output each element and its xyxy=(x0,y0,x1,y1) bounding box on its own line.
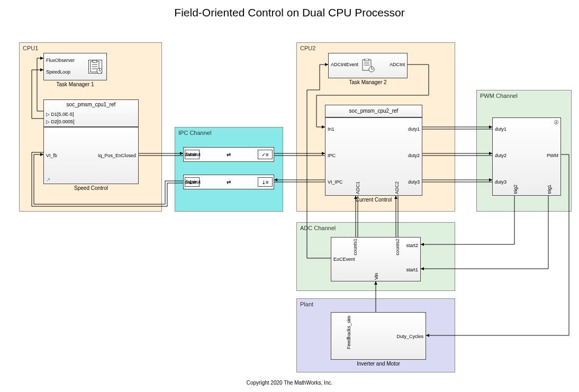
adc-s1: start1 xyxy=(406,267,418,272)
block-inverter-motor[interactable]: Feedbacks_sim Duty_Cycles xyxy=(331,312,426,360)
tm1-port-flux: FluxObserver xyxy=(46,58,75,63)
adc-c2: counts2 xyxy=(395,239,400,256)
block-pwm[interactable]: duty1 duty2 duty3 PWM trig2 trig1 ⦿ xyxy=(492,117,561,196)
block-adc[interactable]: EoCEvent counts1 counts2 start2 start1 V… xyxy=(331,237,421,281)
speed-label: Speed Control xyxy=(43,185,139,191)
diagram-title: Field-Oriented Control on Dual CPU Proce… xyxy=(0,6,579,19)
arrows-icon: ⇄ xyxy=(227,180,231,185)
clipboard-icon xyxy=(88,60,102,74)
speed-in-vi: VI_fb xyxy=(46,153,57,158)
curr-ref-name: soc_pmsm_cpu2_ref xyxy=(325,105,422,115)
curr-vi: VI_IPC xyxy=(328,179,343,185)
group-ipc: IPC Channel xyxy=(175,127,283,212)
curr-adc2: ADC2 xyxy=(394,181,400,194)
pwm-d3: duty3 xyxy=(495,179,506,185)
plant-label: Inverter and Motor xyxy=(331,361,426,367)
arrows-icon: ⇄ xyxy=(227,152,231,157)
pwm-trig2: trig2 xyxy=(513,185,518,194)
copyright-text: Copyright 2020 The MathWorks, Inc. xyxy=(0,380,579,386)
tm1-label: Task Manager 1 xyxy=(43,81,107,87)
curr-d2: duty2 xyxy=(408,153,420,158)
curr-d1: duty1 xyxy=(408,126,420,132)
adc-vin: Vin xyxy=(374,273,379,280)
block-ipc-forward[interactable]: datain ✓≡ ⇄ ✓≡ dataout xyxy=(183,147,274,162)
tm1-port-speed: SpeedLoop xyxy=(46,69,70,75)
block-speed-control[interactable]: VI_fb Iq_Pos_EnClosed ↗ xyxy=(43,127,139,184)
curr-d3: duty3 xyxy=(408,179,420,185)
group-cpu1-title: CPU1 xyxy=(23,45,38,51)
block-task-manager-1[interactable]: FluxObserver SpeedLoop xyxy=(43,53,107,80)
speed-ref-header[interactable]: soc_pmsm_cpu1_ref ▷ D1[5.0E-5] ▷ D2[0.00… xyxy=(43,99,139,127)
group-plant-title: Plant xyxy=(300,301,313,307)
svg-rect-1 xyxy=(93,60,97,62)
group-pwm-title: PWM Channel xyxy=(480,93,518,99)
speed-out-iq: Iq_Pos_EnClosed xyxy=(98,153,136,158)
clipboard-icon xyxy=(361,59,375,75)
adc-s2: start2 xyxy=(406,243,418,248)
check-icon: ✓≡ xyxy=(258,150,273,159)
curr-label: Current Control xyxy=(325,197,422,203)
curr-adc1: ADC1 xyxy=(355,181,360,194)
pwm-d2: duty2 xyxy=(495,153,506,158)
plant-fb: Feedbacks_sim xyxy=(346,316,351,349)
group-ipc-title: IPC Channel xyxy=(178,130,211,136)
link-icon: ↗ xyxy=(46,177,50,183)
plant-duty: Duty_Cycles xyxy=(396,334,423,339)
curr-in1: In1 xyxy=(328,126,334,132)
tm2-out: ADCInt xyxy=(390,62,405,67)
wifi-icon: ⦿ xyxy=(554,120,559,125)
adc-eoc: EoCEvent xyxy=(333,257,355,262)
pwm-pwm: PWM xyxy=(547,153,558,158)
ipc-top-dataout: dataout xyxy=(185,152,201,157)
tm2-label: Task Manager 2 xyxy=(328,79,408,85)
speed-ref-name: soc_pmsm_cpu1_ref xyxy=(44,100,138,108)
ipc-bot-datain: datain xyxy=(185,179,198,185)
curr-ref-header[interactable]: soc_pmsm_cpu2_ref xyxy=(325,105,422,117)
adc-c1: counts1 xyxy=(352,239,358,256)
block-task-manager-2[interactable]: ADCIntEvent ADCInt xyxy=(328,53,408,78)
pwm-d1: duty1 xyxy=(495,126,506,132)
group-adc-title: ADC Channel xyxy=(300,225,336,231)
signal-icon: ⤓≡ xyxy=(258,177,273,187)
pwm-trig1: trig1 xyxy=(547,185,552,194)
block-current-control[interactable]: In1 IPC VI_IPC duty1 duty2 duty3 ADC1 AD… xyxy=(325,117,422,196)
svg-rect-9 xyxy=(365,59,369,61)
tm2-in: ADCIntEvent xyxy=(331,62,358,67)
group-cpu2-title: CPU2 xyxy=(300,45,315,51)
speed-d1: ▷ D1[5.0E-5] xyxy=(46,111,74,118)
speed-d2: ▷ D2[0.0005] xyxy=(46,118,75,125)
block-ipc-reverse[interactable]: dataout ⤓≡ ⇄ ⤓≡ datain xyxy=(183,175,274,189)
curr-ipc: IPC xyxy=(328,153,336,158)
